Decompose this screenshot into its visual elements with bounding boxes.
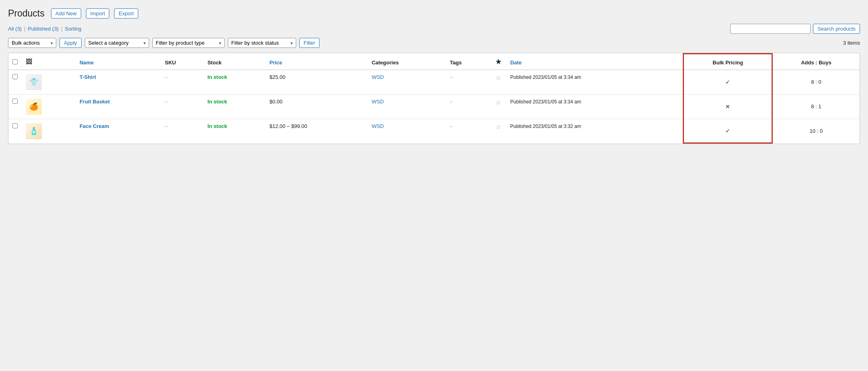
row-price: $25.00 <box>270 74 286 80</box>
bulk-actions-select[interactable]: Bulk actions <box>8 38 56 48</box>
row-bulk-pricing-cell: ✓ <box>684 70 772 94</box>
tags-header: Tags <box>446 54 490 70</box>
star-header-icon: ★ <box>495 58 501 65</box>
star-header: ★ <box>490 54 506 70</box>
row-adds-buys: 8 : 1 <box>811 103 821 109</box>
star-icon[interactable]: ☆ <box>495 124 501 130</box>
product-name-link[interactable]: Fruit Basket <box>80 99 110 105</box>
row-category-link[interactable]: WSD <box>372 123 384 129</box>
bulk-pricing-cross-icon: ✕ <box>725 103 730 110</box>
sorting-filter[interactable]: Sorting <box>65 26 81 32</box>
row-sku-cell: – <box>161 70 203 94</box>
row-date: Published 2023/01/05 at 3:32 am <box>510 124 581 129</box>
row-categories-cell: WSD <box>368 70 446 94</box>
published-filter[interactable]: Published (3) <box>28 26 59 32</box>
row-adds-buys-cell: 8 : 1 <box>772 94 860 119</box>
row-adds-buys: 8 : 0 <box>811 79 821 85</box>
row-checkbox[interactable] <box>12 123 18 128</box>
row-sku: – <box>165 99 168 105</box>
row-tags: – <box>450 74 453 80</box>
add-new-button[interactable]: Add New <box>51 8 81 19</box>
row-category-link[interactable]: WSD <box>372 99 384 105</box>
all-filter[interactable]: All (3) <box>8 26 22 32</box>
row-stock-cell: In stock <box>203 119 265 143</box>
separator-1: | <box>24 26 25 32</box>
row-tags-cell: – <box>446 70 490 94</box>
filter-button[interactable]: Filter <box>299 38 320 48</box>
product-name-link[interactable]: Face Cream <box>80 123 109 129</box>
row-thumb-cell: 🧴 <box>22 119 76 143</box>
row-stock: In stock <box>207 99 227 105</box>
row-name-cell: Face Cream <box>76 119 161 143</box>
row-date-cell: Published 2023/01/05 at 3:32 am <box>506 119 684 143</box>
star-icon[interactable]: ☆ <box>495 99 501 106</box>
price-header[interactable]: Price <box>266 54 368 70</box>
date-header[interactable]: Date <box>506 54 684 70</box>
row-thumb-cell: 👕 <box>22 70 76 94</box>
row-checkbox[interactable] <box>12 99 18 104</box>
product-name-link[interactable]: T-Shirt <box>80 74 96 80</box>
category-select[interactable]: Select a category <box>85 38 149 48</box>
row-date: Published 2023/01/05 at 3:34 am <box>510 99 581 105</box>
row-price-cell: $25.00 <box>266 70 368 94</box>
import-button[interactable]: Import <box>86 8 110 19</box>
table-row: 👕 T-Shirt – In stock $25.00 WSD – ☆ Publ… <box>8 70 860 94</box>
stock-status-select[interactable]: Filter by stock status <box>228 38 296 48</box>
row-date: Published 2023/01/05 at 3:34 am <box>510 74 581 80</box>
row-stock-cell: In stock <box>203 70 265 94</box>
row-categories-cell: WSD <box>368 94 446 119</box>
product-type-select[interactable]: Filter by product type <box>152 38 225 48</box>
select-all-col <box>8 54 22 70</box>
apply-button[interactable]: Apply <box>59 38 82 48</box>
row-checkbox-cell <box>8 119 22 143</box>
stock-status-wrapper: Filter by stock status <box>228 38 296 48</box>
row-name-cell: T-Shirt <box>76 70 161 94</box>
page-title: Products <box>8 8 45 19</box>
subheader-filters: All (3) | Published (3) | Sorting <box>8 26 82 32</box>
row-checkbox-cell <box>8 94 22 119</box>
row-tags-cell: – <box>446 94 490 119</box>
row-adds-buys-cell: 8 : 0 <box>772 70 860 94</box>
table-header-row: 🖼 Name SKU Stock Price Catego <box>8 54 860 70</box>
name-header[interactable]: Name <box>76 54 161 70</box>
subheader: All (3) | Published (3) | Sorting Search… <box>8 24 860 34</box>
row-adds-buys: 10 : 0 <box>810 128 823 134</box>
row-stock-cell: In stock <box>203 94 265 119</box>
row-checkbox-cell <box>8 70 22 94</box>
export-button[interactable]: Export <box>114 8 138 19</box>
search-products-button[interactable]: Search products <box>813 24 860 34</box>
row-sku: – <box>165 74 168 80</box>
stock-header: Stock <box>203 54 265 70</box>
row-stock: In stock <box>207 74 227 80</box>
row-price-cell: $0.00 <box>266 94 368 119</box>
row-price-cell: $12.00 – $99.00 <box>266 119 368 143</box>
sku-header: SKU <box>161 54 203 70</box>
row-star-cell: ☆ <box>490 94 506 119</box>
page-wrapper: Products Add New Import Export All (3) |… <box>0 0 868 371</box>
bulk-pricing-check-icon: ✓ <box>725 79 730 85</box>
row-adds-buys-cell: 10 : 0 <box>772 119 860 143</box>
row-stock: In stock <box>207 123 227 129</box>
bulk-pricing-check-icon: ✓ <box>725 128 730 134</box>
row-categories-cell: WSD <box>368 119 446 143</box>
row-category-link[interactable]: WSD <box>372 74 384 80</box>
search-input[interactable] <box>730 24 811 34</box>
row-star-cell: ☆ <box>490 119 506 143</box>
row-checkbox[interactable] <box>12 74 18 79</box>
star-icon[interactable]: ☆ <box>495 74 501 81</box>
row-name-cell: Fruit Basket <box>76 94 161 119</box>
row-sku-cell: – <box>161 119 203 143</box>
row-sku-cell: – <box>161 94 203 119</box>
items-count: 3 items <box>843 40 860 46</box>
product-type-wrapper: Filter by product type <box>152 38 225 48</box>
products-table: 🖼 Name SKU Stock Price Catego <box>8 53 860 144</box>
product-thumbnail: 👕 <box>26 74 42 90</box>
row-bulk-pricing-cell: ✕ <box>684 94 772 119</box>
image-header-col: 🖼 <box>22 54 76 70</box>
select-all-checkbox[interactable] <box>12 59 18 64</box>
page-header: Products Add New Import Export <box>8 8 860 19</box>
toolbar: Bulk actions Apply Select a category Fil… <box>8 38 860 48</box>
row-date-cell: Published 2023/01/05 at 3:34 am <box>506 70 684 94</box>
product-thumbnail: 🧴 <box>26 123 42 139</box>
row-price: $0.00 <box>270 99 283 105</box>
